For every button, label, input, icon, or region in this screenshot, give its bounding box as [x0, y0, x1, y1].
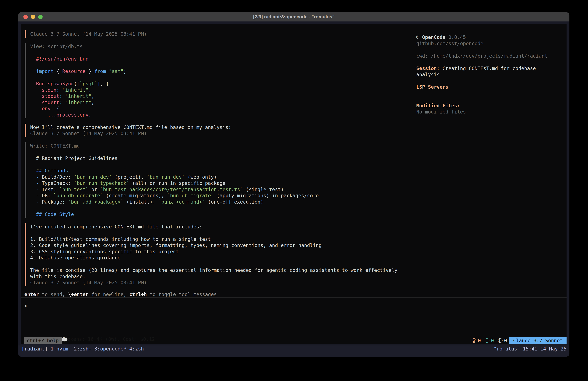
- text-span: `bun run dev`: [74, 174, 112, 180]
- text-span: ;: [124, 68, 126, 74]
- status-bar: ctrl+? help Tokens: 16.4K (8%), Cost: $0…: [24, 337, 567, 344]
- text-span: I've created a comprehensive CONTEXT.md …: [30, 224, 202, 230]
- minimize-window-icon[interactable]: [31, 15, 35, 19]
- text-span: ,: [91, 93, 94, 99]
- text-span: Claude 3.7 Sonnet (14 May 2025 03:41 PM): [30, 280, 147, 285]
- tool-write-block: Write: CONTEXT.md # Radiant Project Guid…: [21, 143, 567, 218]
- info-diagnostics-count: 0: [491, 337, 494, 344]
- text-line: github.com/sst/opencode: [416, 41, 568, 47]
- desktop: { "colors": { "accentOrange": "#f2a380",…: [0, 0, 588, 381]
- terminal-content: Claude 3.7 Sonnet (14 May 2025 03:41 PM)…: [18, 22, 569, 357]
- traffic-lights: [23, 12, 42, 22]
- terminal-window: [2/3] radiant:3:opencode - "romulus" Cla…: [18, 12, 569, 357]
- chat-area: Claude 3.7 Sonnet (14 May 2025 03:41 PM)…: [21, 24, 567, 286]
- text-span: Package:: [39, 199, 68, 205]
- status-spacer: [67, 337, 468, 344]
- text-span: (all) or run in specific package: [129, 180, 225, 186]
- text-span: OpenCode: [422, 34, 445, 40]
- tmux-window-2[interactable]: 2:zsh-: [74, 346, 94, 357]
- text-span: [106, 68, 109, 74]
- text-line: The file is concise (20 lines) and captu…: [30, 267, 567, 273]
- text-span: ctrl+h: [129, 291, 147, 297]
- text-span: github.com/sst/opencode: [416, 41, 483, 46]
- text-line: - Test: `bun test` or `bun test packages…: [30, 186, 567, 193]
- text-span: The file is concise (20 lines) and captu…: [30, 267, 398, 273]
- text-span: #!/usr/bin/env bun: [36, 56, 88, 62]
- text-span: (install),: [124, 199, 158, 205]
- message-accent-bar: [25, 223, 26, 286]
- text-span: `bun db generate`: [54, 193, 103, 198]
- warning-diagnostics-count: 0: [478, 337, 481, 344]
- window-title: [2/3] radiant:3:opencode - "romulus": [253, 14, 335, 20]
- text-span: cwd: /home/thdxr/dev/projects/radiant/ra…: [416, 53, 547, 59]
- keybinding-help-line: enter to send, \+enter for newline, ctrl…: [24, 291, 567, 298]
- text-span: :: [57, 87, 59, 93]
- text-line: No modified files: [416, 109, 568, 115]
- text-span: [30, 174, 36, 180]
- text-span: [30, 100, 42, 105]
- text-span: :: [59, 93, 62, 99]
- text-span: [62, 100, 65, 105]
- text-line: - TypeCheck: `bun run typecheck` (all) o…: [30, 180, 567, 186]
- text-line: - DB: `bun db generate` (create migratio…: [30, 193, 567, 199]
- tmux-window-4[interactable]: 4:zsh: [129, 346, 144, 357]
- text-line: [416, 96, 568, 103]
- text-line: [416, 90, 568, 96]
- text-line: - Package: `bun add <package>` (install)…: [30, 199, 567, 205]
- text-line: [30, 230, 567, 236]
- model-badge[interactable]: Claude 3.7 Sonnet: [509, 337, 567, 344]
- diagnostics-counters: ⓦ0ⓘ0ⓗ0: [468, 337, 507, 344]
- text-line: cwd: /home/thdxr/dev/projects/radiant/ra…: [416, 53, 568, 59]
- text-span: Test:: [39, 187, 59, 192]
- text-line: [30, 205, 567, 211]
- text-span: "inherit": [62, 87, 89, 93]
- text-line: 4. Database operations guidance: [30, 255, 567, 261]
- text-line: analysis: [416, 71, 568, 78]
- text-line: Session: Creating CONTEXT.md for codebas…: [416, 65, 568, 72]
- text-span: ], {: [97, 81, 109, 87]
- warning-diagnostics-icon: ⓦ: [472, 337, 477, 344]
- opencode-tui: Claude 3.7 Sonnet (14 May 2025 03:41 PM)…: [21, 24, 567, 344]
- text-span: [30, 93, 42, 99]
- text-span: `psql`: [80, 81, 97, 87]
- prompt-chevron: >: [24, 303, 27, 309]
- text-span: 3. CSS styling conventions specific to t…: [30, 249, 179, 254]
- text-line: [30, 261, 567, 267]
- window-titlebar[interactable]: [2/3] radiant:3:opencode - "romulus": [18, 12, 569, 22]
- text-span: from: [94, 68, 106, 74]
- text-line: 2. Code style guidelines covering import…: [30, 242, 567, 249]
- text-span: [30, 199, 36, 205]
- text-span: LSP Servers: [416, 84, 448, 90]
- text-line: LSP Servers: [416, 84, 568, 90]
- text-span: Claude 3.7 Sonnet (14 May 2025 03:41 PM): [30, 31, 147, 37]
- text-span: (web only): [185, 174, 217, 180]
- text-span: :: [50, 106, 53, 112]
- text-span: : Creating CONTEXT.md for codebase: [437, 66, 536, 71]
- hint-diagnostics-icon: ⓗ: [498, 337, 503, 344]
- text-span: env: [42, 106, 50, 112]
- text-span: `bun add <package>`: [68, 199, 124, 205]
- tmux-host-clock: "romulus" 15:41 14-May-25: [494, 346, 567, 357]
- text-span: [30, 56, 36, 62]
- tmux-window-1[interactable]: 1:nvim: [51, 346, 74, 357]
- text-span: 0.0.45: [445, 34, 466, 40]
- text-line: ## Code Style: [30, 211, 567, 218]
- tmux-window-3[interactable]: 3:opencode*: [94, 346, 129, 357]
- close-window-icon[interactable]: [23, 15, 28, 19]
- text-span: {: [54, 106, 59, 112]
- assistant-message-block: I've created a comprehensive CONTEXT.md …: [21, 224, 567, 286]
- text-span: "inherit": [65, 100, 91, 105]
- text-span: 4. Database operations guidance: [30, 255, 121, 261]
- text-span: or: [88, 187, 100, 192]
- text-span: with this codebase.: [30, 274, 85, 279]
- text-span: analysis: [416, 72, 440, 77]
- hint-diagnostics-count: 0: [504, 337, 507, 344]
- info-diagnostics-icon: ⓘ: [485, 337, 490, 344]
- zoom-window-icon[interactable]: [38, 15, 42, 19]
- message-input-area[interactable]: >: [21, 298, 567, 337]
- text-span: View: script/db.ts: [30, 44, 83, 49]
- tmux-window-list: [radiant] 1:nvim 2:zsh- 3:opencode* 4:zs…: [21, 346, 144, 357]
- text-span: -: [36, 174, 39, 180]
- text-span: for newline,: [88, 291, 129, 297]
- text-span: `bun test`: [59, 187, 89, 192]
